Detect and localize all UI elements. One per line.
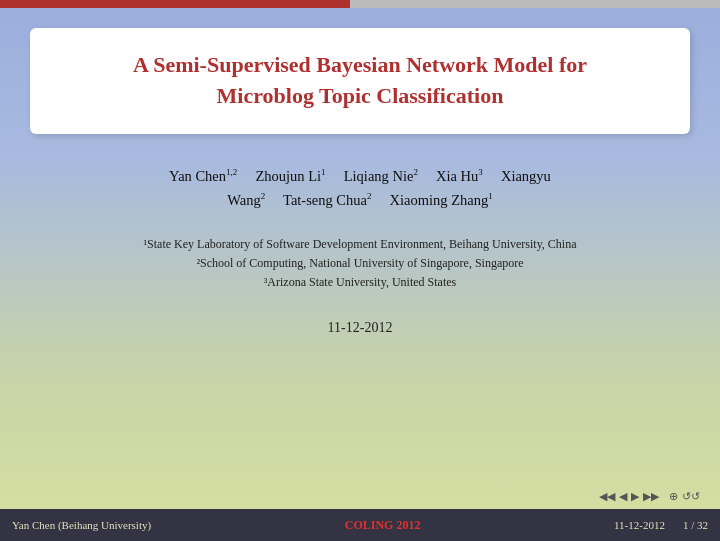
bottom-bar: Yan Chen (Beihang University) COLING 201… xyxy=(0,509,720,541)
bottom-author: Yan Chen (Beihang University) xyxy=(12,519,151,531)
title-text: A Semi-Supervised Bayesian Network Model… xyxy=(70,50,650,112)
author-yan-chen: Yan Chen1,2 xyxy=(169,168,237,184)
top-bar-red xyxy=(0,0,350,8)
author-wang: Wang2 xyxy=(227,192,265,208)
top-bar-gray xyxy=(350,0,720,8)
nav-right-end-icon[interactable]: ▶▶ xyxy=(643,490,659,503)
bottom-conference: COLING 2012 xyxy=(345,518,421,533)
author-xiangyu: Xiangyu xyxy=(501,168,551,184)
bottom-right: 11-12-2012 1 / 32 xyxy=(614,519,708,531)
slide-content: A Semi-Supervised Bayesian Network Model… xyxy=(0,0,720,541)
nav-search-icon[interactable]: ⊕ xyxy=(669,490,678,503)
nav-right-icon[interactable]: ▶ xyxy=(631,490,639,503)
authors-section: Yan Chen1,2 Zhoujun Li1 Liqiang Nie2 Xia… xyxy=(169,164,551,213)
bottom-date: 11-12-2012 xyxy=(614,519,665,531)
authors-line1: Yan Chen1,2 Zhoujun Li1 Liqiang Nie2 Xia… xyxy=(169,164,551,189)
affiliation-2: ²School of Computing, National Universit… xyxy=(143,254,576,273)
title-box: A Semi-Supervised Bayesian Network Model… xyxy=(30,28,690,134)
author-zhoujun-li: Zhoujun Li1 xyxy=(255,168,325,184)
slide-container: A Semi-Supervised Bayesian Network Model… xyxy=(0,0,720,541)
title-line2: Microblog Topic Classification xyxy=(217,83,504,108)
author-liqiang-nie: Liqiang Nie2 xyxy=(344,168,418,184)
title-line1: A Semi-Supervised Bayesian Network Model… xyxy=(133,52,587,77)
author-xia-hu: Xia Hu3 xyxy=(436,168,483,184)
affiliation-3: ³Arizona State University, United States xyxy=(143,273,576,292)
authors-line2: Wang2 Tat-seng Chua2 Xiaoming Zhang1 xyxy=(169,188,551,213)
date-section: 11-12-2012 xyxy=(328,320,393,336)
affiliations-section: ¹State Key Laboratory of Software Develo… xyxy=(143,235,576,293)
nav-settings-icon[interactable]: ↺↺ xyxy=(682,490,700,503)
bottom-page: 1 / 32 xyxy=(683,519,708,531)
navigation-icons[interactable]: ◀◀ ◀ ▶ ▶▶ ⊕ ↺↺ xyxy=(599,490,700,503)
presentation-date: 11-12-2012 xyxy=(328,320,393,335)
author-tat-seng-chua: Tat-seng Chua2 xyxy=(283,192,371,208)
nav-left-end-icon[interactable]: ◀◀ xyxy=(599,490,615,503)
affiliation-1: ¹State Key Laboratory of Software Develo… xyxy=(143,235,576,254)
author-xiaoming-zhang: Xiaoming Zhang1 xyxy=(390,192,493,208)
nav-left-icon[interactable]: ◀ xyxy=(619,490,627,503)
